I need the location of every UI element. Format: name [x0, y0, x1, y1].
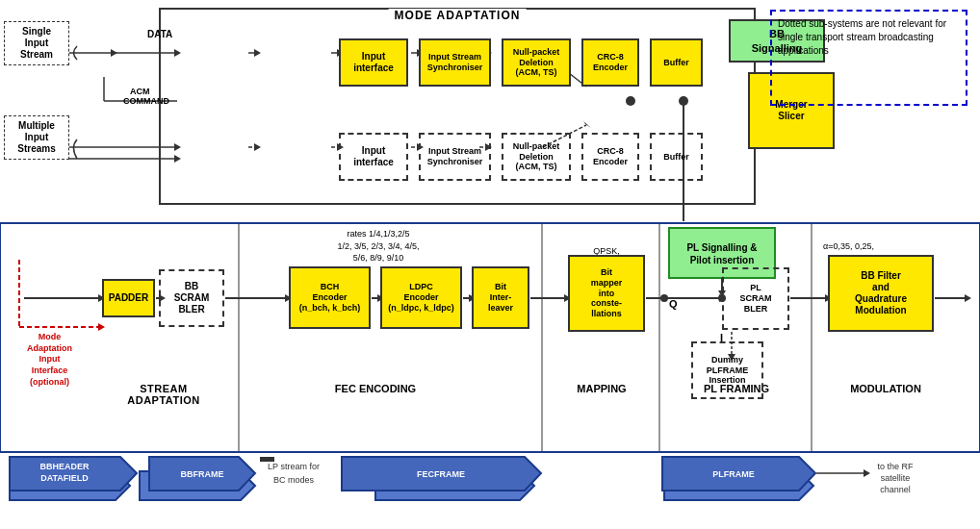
svg-marker-83 [260, 457, 274, 462]
input-interface-top: Input interface [339, 38, 408, 87]
svg-marker-60 [965, 294, 971, 302]
mode-adaptation-label: MODE ADAPTATION [389, 9, 527, 22]
bb-scrambler-box: BB SCRAM BLER [159, 269, 224, 327]
data-label: DATA [147, 29, 172, 39]
svg-marker-1 [111, 49, 117, 57]
padder-box: PADDER [102, 279, 155, 317]
crc8-encoder-top: CRC-8 Encoder [581, 38, 639, 87]
svg-text:to the RF: to the RF [877, 462, 914, 471]
note-box: Dotted sub-systems are not relevant for … [770, 10, 967, 106]
mapping-label: MAPPING [554, 383, 650, 394]
note-text: Dotted sub-systems are not relevant for … [778, 18, 946, 56]
buffer-bot: Buffer [650, 133, 703, 181]
svg-text:BBFRAME: BBFRAME [181, 469, 224, 479]
null-packet-deletion-bot: Null-packet Deletion (ACM, TS) [502, 133, 571, 181]
null-packet-deletion-top: Null-packet Deletion (ACM, TS) [502, 38, 571, 87]
svg-text:FECFRAME: FECFRAME [417, 469, 465, 479]
svg-text:BBHEADER: BBHEADER [39, 462, 90, 471]
bit-interleaver-box: Bit Inter- leaver [472, 266, 529, 329]
multiple-input-streams-label: Multiple Input Streams [4, 115, 69, 160]
svg-marker-92 [864, 469, 870, 477]
input-interface-bot: Input interface [339, 133, 408, 181]
input-stream-sync-bot: Input Stream Synchroniser [419, 133, 491, 181]
bch-encoder-box: BCH Encoder (n_bch, k_bch) [289, 266, 371, 329]
pl-scrambler-box: PL SCRAM BLER [722, 267, 789, 330]
svg-text:LP stream for: LP stream for [268, 462, 320, 471]
mode-adaptation-box: MODE ADAPTATION Input interface Input St… [159, 8, 756, 205]
dummy-plframe-box: Dummy PLFRAME Insertion [691, 341, 763, 399]
input-stream-sync-top: Input Stream Synchroniser [419, 38, 491, 87]
svg-text:DATAFIELD: DATAFIELD [40, 473, 89, 483]
stream-adaptation-label: STREAM ADAPTATION [96, 383, 231, 406]
modulation-label: MODULATION [823, 383, 948, 394]
svg-text:Q: Q [669, 298, 678, 310]
bb-filter-box: BB Filter and Quadrature Modulation [828, 255, 934, 332]
buffer-top: Buffer [650, 38, 703, 87]
bit-mapper-box: Bit mapper into conste- llations [568, 255, 645, 332]
svg-marker-71 [98, 323, 105, 331]
svg-point-56 [660, 294, 668, 302]
command-label: COMMAND [123, 96, 169, 106]
crc8-encoder-bot: CRC-8 Encoder [581, 133, 639, 181]
acm-label: ACM [130, 87, 150, 96]
single-input-stream-label: Single Input Stream [4, 21, 69, 65]
svg-text:channel: channel [880, 485, 911, 494]
fec-encoding-label: FEC ENCODING [279, 383, 472, 394]
rates-text: rates 1/4,1/3,2/5 1/2, 3/5, 2/3, 3/4, 4/… [287, 228, 470, 264]
svg-text:BC modes: BC modes [273, 475, 315, 485]
mode-adapt-input-interface-label: Mode Adaptation Input Interface (optiona… [4, 332, 95, 388]
ldpc-encoder-box: LDPC Encoder (n_ldpc, k_ldpc) [380, 266, 462, 329]
svg-text:satellite: satellite [881, 473, 911, 483]
svg-text:PLFRAME: PLFRAME [712, 469, 755, 479]
